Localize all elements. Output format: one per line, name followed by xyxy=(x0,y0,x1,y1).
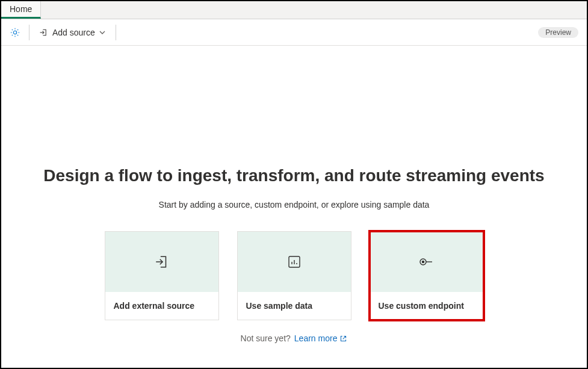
gear-icon xyxy=(10,27,20,38)
learn-more-label: Learn more xyxy=(294,333,338,343)
page-headline: Design a flow to ingest, transform, and … xyxy=(43,166,544,185)
tab-label: Home xyxy=(10,4,32,14)
card-row: Add external source Use sample data xyxy=(105,231,484,320)
settings-button[interactable] xyxy=(6,23,24,42)
card-use-sample-data[interactable]: Use sample data xyxy=(237,231,351,320)
footer-line: Not sure yet? Learn more xyxy=(241,333,348,343)
learn-more-link[interactable]: Learn more xyxy=(294,333,348,343)
card-label: Use custom endpoint xyxy=(379,301,464,311)
card-label: Add external source xyxy=(114,301,195,311)
chevron-down-icon xyxy=(99,29,106,36)
tab-home[interactable]: Home xyxy=(1,1,41,19)
add-source-button[interactable]: Add source xyxy=(34,23,111,42)
enter-icon xyxy=(154,254,170,270)
toolbar: Add source Preview xyxy=(1,19,587,46)
card-add-external-source[interactable]: Add external source xyxy=(105,231,219,320)
preview-badge: Preview xyxy=(538,27,578,38)
external-link-icon xyxy=(339,335,347,343)
endpoint-icon xyxy=(419,256,435,268)
page-subhead: Start by adding a source, custom endpoin… xyxy=(159,200,430,209)
enter-icon xyxy=(39,28,49,37)
content-area: Design a flow to ingest, transform, and … xyxy=(1,46,587,368)
card-label: Use sample data xyxy=(246,301,313,311)
tab-bar: Home xyxy=(1,1,587,19)
footer-prompt: Not sure yet? xyxy=(241,333,291,343)
svg-point-0 xyxy=(13,31,16,34)
toolbar-divider xyxy=(116,25,116,40)
card-use-custom-endpoint[interactable]: Use custom endpoint xyxy=(370,231,484,320)
preview-label: Preview xyxy=(545,28,571,37)
bar-chart-icon xyxy=(287,255,302,269)
svg-point-3 xyxy=(422,261,424,262)
toolbar-divider xyxy=(29,25,29,40)
add-source-label: Add source xyxy=(52,28,95,37)
